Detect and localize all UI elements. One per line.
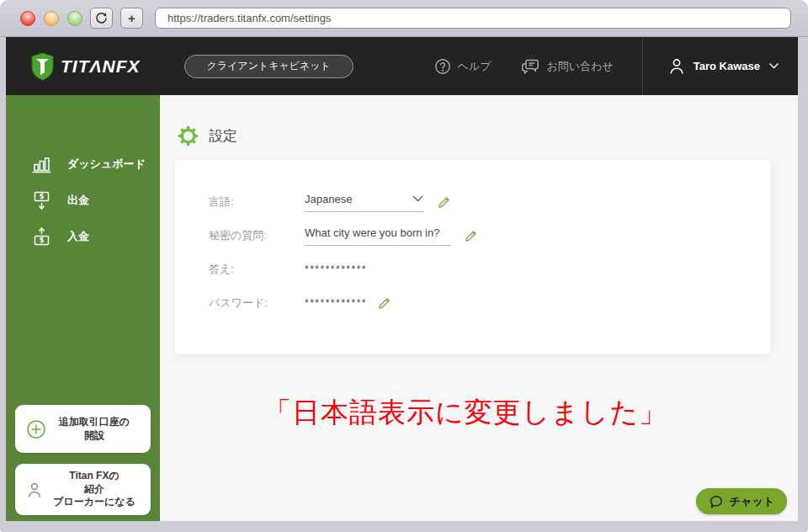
secret-question-field[interactable]: What city were you born in? — [305, 226, 450, 246]
help-link[interactable]: ヘルプ — [434, 58, 492, 75]
reload-button[interactable] — [90, 8, 113, 29]
withdraw-icon: $ — [30, 189, 53, 211]
chat-button[interactable]: チャット — [696, 488, 787, 514]
page-header: 設定 — [178, 125, 237, 146]
secret-question-label: 秘密の質問: — [209, 228, 305, 243]
plus-circle-icon — [26, 419, 46, 439]
titanfx-shield-icon — [31, 52, 54, 81]
sidebar-item-label: ダッシュボード — [67, 157, 146, 172]
edit-secret-question-icon[interactable] — [464, 228, 479, 243]
referral-broker-button[interactable]: Titan FXの 紹介 ブローカーになる — [15, 464, 151, 515]
dashboard-icon — [30, 153, 53, 175]
password-row: パスワード: ************ — [209, 286, 771, 320]
sidebar-item-label: 出金 — [67, 193, 89, 208]
chat-bubble-icon — [709, 494, 724, 509]
answer-row: 答え: ************ — [209, 253, 771, 286]
url-bar[interactable]: https://traders.titanfx.com/settings — [155, 8, 791, 29]
url-text: https://traders.titanfx.com/settings — [167, 12, 331, 24]
navbar-right: ヘルプ お問い合わせ — [434, 37, 798, 95]
app-body: ダッシュボード $ 出金 — [6, 95, 798, 521]
language-label: 言語: — [209, 194, 305, 210]
app-frame: TITΛNFX クライアントキャビネット ヘルプ — [6, 37, 798, 521]
sidebar-item-withdrawal[interactable]: $ 出金 — [6, 182, 160, 218]
top-navbar: TITΛNFX クライアントキャビネット ヘルプ — [6, 37, 798, 95]
window-zoom-button[interactable] — [67, 11, 82, 26]
answer-field[interactable]: ************ — [305, 263, 367, 275]
svg-text:$: $ — [40, 193, 45, 200]
new-tab-button[interactable]: + — [120, 8, 143, 29]
page-title: 設定 — [209, 126, 237, 146]
browser-window: + https://traders.titanfx.com/settings T… — [0, 0, 808, 532]
main-content: 設定 言語: Japanese — [160, 95, 798, 521]
edit-password-icon[interactable] — [377, 295, 392, 311]
account-menu[interactable]: Taro Kawase — [643, 57, 798, 76]
sidebar-item-dashboard[interactable]: ダッシュボード — [6, 146, 160, 182]
contact-icon — [520, 57, 540, 76]
help-label: ヘルプ — [458, 59, 492, 74]
sidebar-nav: ダッシュボード $ 出金 — [6, 95, 160, 254]
traffic-lights — [20, 11, 82, 26]
window-close-button[interactable] — [20, 11, 35, 26]
password-label: パスワード: — [209, 295, 305, 311]
deposit-icon: $ — [30, 226, 53, 247]
contact-link[interactable]: お問い合わせ — [520, 57, 614, 76]
password-field[interactable]: ************ — [305, 297, 367, 309]
contact-label: お問い合わせ — [547, 59, 614, 74]
client-cabinet-button[interactable]: クライアントキャビネット — [184, 55, 354, 78]
add-account-label: 追加取引口座の 開設 — [46, 416, 151, 442]
titanfx-logo[interactable]: TITΛNFX — [31, 52, 141, 81]
window-minimize-button[interactable] — [44, 11, 59, 26]
chat-label: チャット — [730, 494, 774, 509]
select-chevron-icon — [412, 195, 423, 202]
secret-question-row: 秘密の質問: What city were you born in? — [209, 219, 771, 253]
add-trading-account-button[interactable]: 追加取引口座の 開設 — [15, 405, 151, 453]
sidebar-item-label: 入金 — [67, 229, 89, 244]
help-icon — [434, 58, 451, 75]
referral-label: Titan FXの 紹介 ブローカーになる — [46, 470, 151, 509]
settings-card: 言語: Japanese — [175, 160, 771, 354]
chevron-down-icon — [768, 62, 779, 70]
gear-icon — [178, 125, 199, 146]
sidebar: ダッシュボード $ 出金 — [6, 95, 160, 521]
user-name: Taro Kawase — [694, 60, 760, 72]
edit-language-icon[interactable] — [437, 194, 452, 210]
logo-text: TITΛNFX — [61, 56, 141, 77]
browser-chrome: + https://traders.titanfx.com/settings — [0, 0, 808, 37]
language-select[interactable]: Japanese — [305, 193, 423, 212]
language-changed-notice: 「日本語表示に変更しました」 — [160, 394, 784, 432]
reload-icon — [95, 12, 108, 24]
language-value: Japanese — [305, 193, 352, 205]
person-icon — [26, 481, 46, 499]
language-row: 言語: Japanese — [209, 185, 771, 219]
user-icon — [668, 57, 685, 76]
svg-text:$: $ — [40, 237, 45, 244]
answer-label: 答え: — [209, 262, 305, 277]
sidebar-item-deposit[interactable]: $ 入金 — [6, 218, 160, 254]
